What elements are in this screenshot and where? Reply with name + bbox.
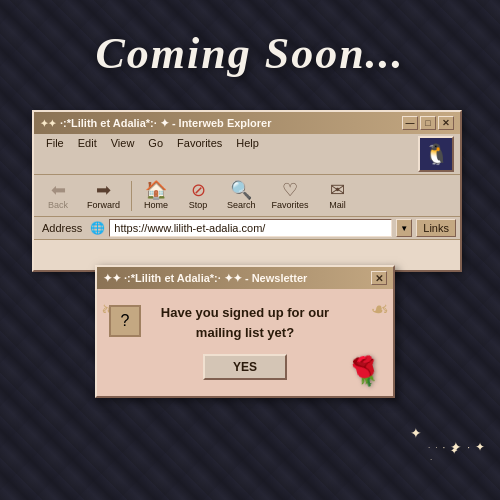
trail-sparkle-1: ✦ (450, 439, 462, 455)
popup-close-button[interactable]: ✕ (371, 271, 387, 285)
forward-icon: ➡ (96, 181, 111, 199)
menu-help[interactable]: Help (230, 136, 265, 172)
coming-soon-heading: Coming Soon... (0, 28, 500, 79)
trail-dot-4: · (467, 442, 470, 453)
address-input[interactable] (109, 219, 392, 237)
stop-icon: ⊘ (191, 181, 206, 199)
address-dropdown[interactable]: ▼ (396, 219, 412, 237)
search-button[interactable]: 🔍 Search (220, 178, 263, 213)
menu-edit[interactable]: Edit (72, 136, 103, 172)
toolbar: ⬅ Back ➡ Forward 🏠 Home ⊘ Stop 🔍 Search … (34, 175, 460, 217)
browser-window-controls: — □ ✕ (402, 116, 454, 130)
popup-title: ✦✦ ·:*Lilith et Adalia*:· ✦✦ - Newslette… (103, 272, 307, 285)
popup-text-area: Have you signed up for our mailing list … (151, 303, 339, 342)
search-label: Search (227, 200, 256, 210)
menu-go[interactable]: Go (142, 136, 169, 172)
toolbar-separator-1 (131, 181, 132, 211)
title-decoration-left: ✦✦ (40, 118, 56, 129)
popup-question-icon: ? (109, 305, 141, 337)
back-label: Back (48, 200, 68, 210)
links-button[interactable]: Links (416, 219, 456, 237)
back-icon: ⬅ (51, 181, 66, 199)
maximize-button[interactable]: □ (420, 116, 436, 130)
stop-button[interactable]: ⊘ Stop (178, 178, 218, 213)
forward-label: Forward (87, 200, 120, 210)
menu-bar: File Edit View Go Favorites Help 🐧 (34, 134, 460, 175)
favorites-icon: ♡ (282, 181, 298, 199)
popup-message: Have you signed up for our mailing list … (161, 303, 329, 342)
browser-titlebar: ✦✦ ·:*Lilith et Adalia*:· ✦ - Interweb E… (34, 112, 460, 134)
home-button[interactable]: 🏠 Home (136, 178, 176, 213)
home-label: Home (144, 200, 168, 210)
menu-view[interactable]: View (105, 136, 141, 172)
forward-button[interactable]: ➡ Forward (80, 178, 127, 213)
rose-decoration: 🌹 (344, 351, 386, 392)
browser-window: ✦✦ ·:*Lilith et Adalia*:· ✦ - Interweb E… (32, 110, 462, 272)
browser-title-text: ·:*Lilith et Adalia*:· ✦ - Interweb Expl… (60, 117, 272, 130)
address-bar: Address 🌐 ▼ Links (34, 217, 460, 240)
address-icon: 🌐 (90, 221, 105, 235)
trail-dot-2: · (435, 443, 437, 452)
yes-button[interactable]: YES (203, 354, 287, 380)
mail-label: Mail (329, 200, 346, 210)
sparkle-trail: · · · ✦ · ✦ (428, 439, 485, 455)
sparkle-3: · (430, 455, 432, 464)
popup-title-decoration-left: ✦✦ ·:*Lilith et Adalia*:· ✦✦ - Newslette… (103, 272, 307, 285)
minimize-button[interactable]: — (402, 116, 418, 130)
menu-favorites[interactable]: Favorites (171, 136, 228, 172)
newsletter-popup: ✦✦ ·:*Lilith et Adalia*:· ✦✦ - Newslette… (95, 265, 395, 398)
favorites-button[interactable]: ♡ Favorites (265, 178, 316, 213)
browser-title: ✦✦ ·:*Lilith et Adalia*:· ✦ - Interweb E… (40, 117, 272, 130)
trail-dot-3: · (442, 442, 445, 453)
trail-dot-1: · (428, 443, 430, 452)
stop-label: Stop (189, 200, 208, 210)
sparkle-1: ✦ (410, 425, 422, 441)
popup-titlebar: ✦✦ ·:*Lilith et Adalia*:· ✦✦ - Newslette… (97, 267, 393, 289)
mail-icon: ✉ (330, 181, 345, 199)
menu-file[interactable]: File (40, 136, 70, 172)
address-label: Address (38, 222, 86, 234)
trail-sparkle-2: ✦ (475, 440, 485, 454)
back-button[interactable]: ⬅ Back (38, 178, 78, 213)
browser-avatar: 🐧 (418, 136, 454, 172)
search-icon: 🔍 (230, 181, 252, 199)
favorites-label: Favorites (272, 200, 309, 210)
mail-button[interactable]: ✉ Mail (318, 178, 358, 213)
close-button[interactable]: ✕ (438, 116, 454, 130)
popup-ornament-right: ❧ (371, 297, 389, 323)
popup-content: ❧ ❧ ? Have you signed up for our mailing… (97, 289, 393, 396)
home-icon: 🏠 (145, 181, 167, 199)
